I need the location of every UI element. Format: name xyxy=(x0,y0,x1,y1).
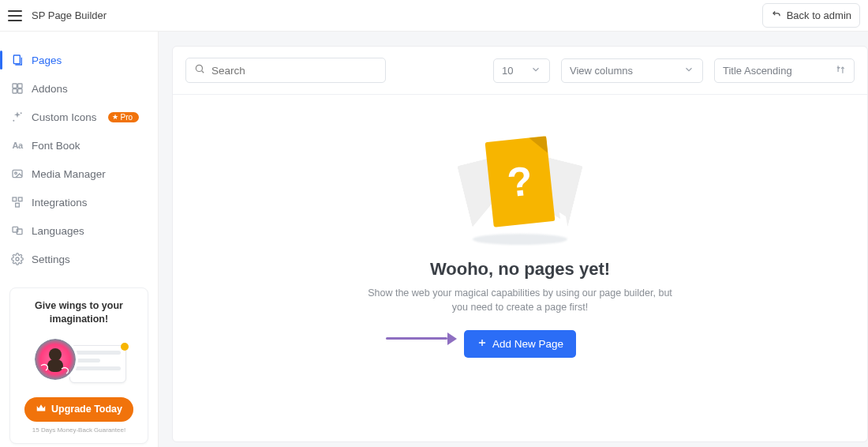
svg-rect-3 xyxy=(13,89,17,93)
svg-rect-4 xyxy=(18,89,22,93)
upgrade-label: Upgrade Today xyxy=(51,404,122,415)
svg-point-6 xyxy=(13,120,14,122)
topbar-left: SP Page Builder xyxy=(8,9,107,21)
svg-point-18 xyxy=(196,65,202,71)
sidebar-item-custom-icons[interactable]: Custom Icons ★Pro xyxy=(0,103,158,131)
empty-illustration: ? xyxy=(453,131,587,250)
sparkle-icon xyxy=(11,111,24,123)
svg-point-14 xyxy=(16,257,19,261)
promo-card: Give wings to your imagination! xyxy=(9,287,148,444)
upgrade-button[interactable]: Upgrade Today xyxy=(24,397,133,422)
undo-icon xyxy=(771,9,782,22)
media-icon xyxy=(11,167,24,180)
sidebar-item-label: Integrations xyxy=(32,197,88,208)
search-input[interactable] xyxy=(211,65,377,77)
promo-title: Give wings to your imagination! xyxy=(18,299,140,326)
promo-illustration xyxy=(32,334,126,389)
sort-label: Title Ascending xyxy=(723,65,792,77)
sidebar-nav: Pages Addons Custom Icons ★Pro Aa Font B… xyxy=(0,32,158,273)
svg-rect-1 xyxy=(13,84,17,88)
star-icon: ★ xyxy=(112,113,118,121)
svg-point-8 xyxy=(15,172,17,175)
sidebar-item-pages[interactable]: Pages xyxy=(0,46,158,74)
sidebar-item-label: Settings xyxy=(32,254,70,265)
question-mark-icon: ? xyxy=(505,157,535,207)
promo-footnote: 15 Days Money-Back Guarantee! xyxy=(18,426,140,434)
chevron-down-icon xyxy=(683,64,694,77)
menu-toggle-icon[interactable] xyxy=(8,10,22,21)
svg-rect-17 xyxy=(47,359,63,372)
add-new-page-button[interactable]: Add New Page xyxy=(464,330,576,358)
svg-point-16 xyxy=(49,348,62,361)
chevron-down-icon xyxy=(530,64,541,77)
panel: 10 View columns Title Ascending xyxy=(172,46,868,442)
sidebar-item-languages[interactable]: Languages xyxy=(0,216,158,245)
sidebar-item-settings[interactable]: Settings xyxy=(0,245,158,273)
app-title: SP Page Builder xyxy=(32,9,107,21)
integrations-icon xyxy=(11,196,24,208)
layout: Pages Addons Custom Icons ★Pro Aa Font B… xyxy=(0,32,868,447)
sidebar-item-label: Languages xyxy=(32,225,84,237)
content: 10 View columns Title Ascending xyxy=(158,32,868,447)
add-new-page-label: Add New Page xyxy=(492,338,563,350)
pro-badge: ★Pro xyxy=(108,112,140,122)
empty-heading: Wooho, no pages yet! xyxy=(430,259,610,280)
view-columns-label: View columns xyxy=(570,65,633,77)
svg-rect-9 xyxy=(13,197,17,201)
plus-icon xyxy=(477,337,488,351)
sort-arrows-icon xyxy=(835,64,846,77)
per-page-select[interactable]: 10 xyxy=(493,58,550,83)
per-page-value: 10 xyxy=(502,65,513,77)
svg-rect-0 xyxy=(13,55,20,64)
sidebar: Pages Addons Custom Icons ★Pro Aa Font B… xyxy=(0,32,158,447)
search-input-wrapper[interactable] xyxy=(185,58,386,83)
back-to-admin-label: Back to admin xyxy=(787,9,851,21)
svg-rect-11 xyxy=(16,203,20,207)
svg-rect-10 xyxy=(18,197,22,201)
sidebar-item-integrations[interactable]: Integrations xyxy=(0,188,158,216)
back-to-admin-button[interactable]: Back to admin xyxy=(762,3,860,28)
sidebar-item-label: Pages xyxy=(32,54,62,66)
empty-state: ? Wooho, no pages yet! Show the web your… xyxy=(173,95,867,441)
empty-text: Show the web your magical capabilities b… xyxy=(362,286,678,314)
topbar: SP Page Builder Back to admin xyxy=(0,0,868,32)
sidebar-item-label: Addons xyxy=(32,83,68,95)
sidebar-item-label: Custom Icons xyxy=(32,111,97,123)
svg-point-5 xyxy=(21,112,22,114)
view-columns-select[interactable]: View columns xyxy=(561,58,703,83)
crown-icon xyxy=(36,403,47,416)
sort-select[interactable]: Title Ascending xyxy=(714,58,855,83)
font-icon: Aa xyxy=(11,139,24,152)
sidebar-item-label: Media Manager xyxy=(32,168,106,180)
sidebar-item-addons[interactable]: Addons xyxy=(0,74,158,103)
svg-rect-2 xyxy=(18,84,22,88)
search-icon xyxy=(194,63,205,77)
sidebar-item-media-manager[interactable]: Media Manager xyxy=(0,160,158,188)
pages-icon xyxy=(11,54,24,66)
sidebar-item-label: Font Book xyxy=(32,140,80,152)
annotation-arrow xyxy=(386,333,457,344)
gear-icon xyxy=(11,253,24,265)
languages-icon xyxy=(11,224,24,237)
addons-icon xyxy=(11,82,24,95)
sidebar-item-font-book[interactable]: Aa Font Book xyxy=(0,131,158,160)
toolbar: 10 View columns Title Ascending xyxy=(173,47,867,95)
